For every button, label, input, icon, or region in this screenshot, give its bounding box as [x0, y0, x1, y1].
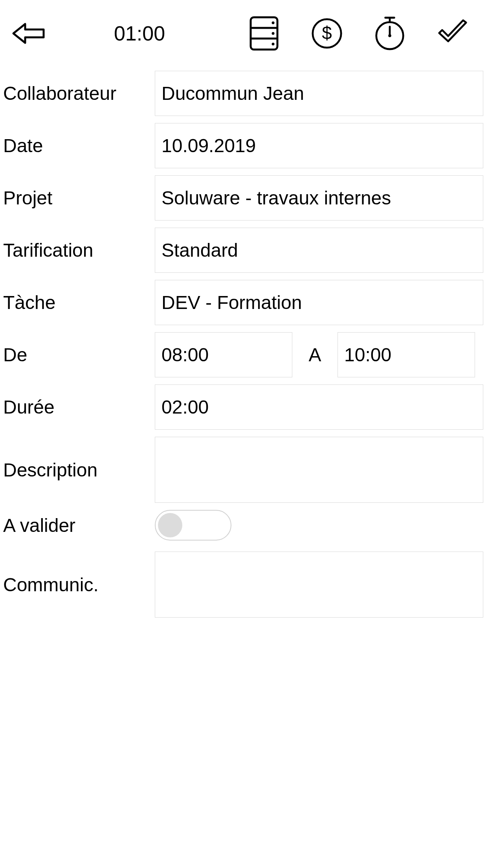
date-field[interactable]: 10.09.2019 — [155, 123, 483, 168]
time-from-field[interactable]: 08:00 — [155, 332, 292, 377]
label-communic: Communic. — [2, 574, 155, 596]
row-validate: A valider — [2, 510, 486, 541]
back-button[interactable] — [12, 17, 45, 50]
svg-point-5 — [272, 43, 275, 46]
row-time: De 08:00 A 10:00 — [2, 332, 486, 377]
label-description: Description — [2, 459, 155, 481]
time-separator: A — [292, 344, 338, 366]
communic-field[interactable] — [155, 552, 483, 618]
svg-point-12 — [388, 34, 391, 37]
duration-field[interactable]: 02:00 — [155, 384, 483, 430]
toggle-knob — [158, 513, 182, 537]
row-pricing: Tarification Standard — [2, 228, 486, 273]
header: 01:00 $ — [0, 0, 488, 67]
pricing-button[interactable]: $ — [311, 18, 343, 49]
row-duration: Durée 02:00 — [2, 384, 486, 430]
label-project: Projet — [2, 187, 155, 209]
row-collaborator: Collaborateur Ducommun Jean — [2, 71, 486, 116]
header-icons: $ — [248, 18, 476, 49]
collaborator-field[interactable]: Ducommun Jean — [155, 71, 483, 116]
pricing-field[interactable]: Standard — [155, 228, 483, 273]
label-duration: Durée — [2, 396, 155, 418]
description-field[interactable] — [155, 437, 483, 503]
form: Collaborateur Ducommun Jean Date 10.09.2… — [0, 67, 488, 618]
label-pricing: Tarification — [2, 239, 155, 261]
checkmark-icon — [437, 19, 468, 48]
dollar-icon: $ — [311, 17, 343, 50]
row-project: Projet Soluware - travaux internes — [2, 175, 486, 221]
svg-point-4 — [272, 32, 275, 35]
header-left: 01:00 — [12, 17, 179, 50]
svg-text:$: $ — [322, 23, 332, 43]
label-task: Tàche — [2, 292, 155, 313]
row-communic: Communic. — [2, 552, 486, 618]
row-date: Date 10.09.2019 — [2, 123, 486, 168]
arrow-left-icon — [12, 22, 45, 45]
stopwatch-icon — [374, 15, 405, 51]
svg-point-3 — [272, 22, 275, 24]
time-to-field[interactable]: 10:00 — [338, 332, 475, 377]
validate-toggle[interactable] — [155, 510, 231, 541]
timer-button[interactable] — [374, 18, 405, 49]
project-field[interactable]: Soluware - travaux internes — [155, 175, 483, 221]
server-button[interactable] — [248, 18, 280, 49]
label-validate: A valider — [2, 515, 155, 536]
task-field[interactable]: DEV - Formation — [155, 280, 483, 325]
label-date: Date — [2, 135, 155, 156]
row-task: Tàche DEV - Formation — [2, 280, 486, 325]
server-icon — [249, 16, 279, 51]
label-collaborator: Collaborateur — [2, 83, 155, 104]
header-time: 01:00 — [100, 22, 179, 45]
row-description: Description — [2, 437, 486, 503]
confirm-button[interactable] — [437, 18, 468, 49]
label-from: De — [2, 344, 155, 366]
